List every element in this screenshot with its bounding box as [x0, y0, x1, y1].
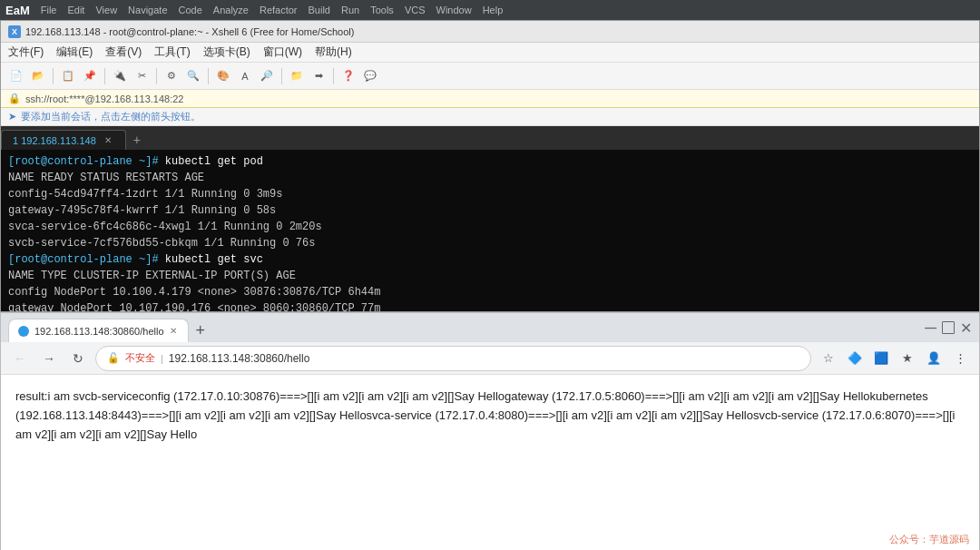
- address-bar[interactable]: 🔓 不安全 | 192.168.113.148:30860/hello: [95, 346, 811, 371]
- ssh-infobar: 🔒 ssh://root:****@192.168.113.148:22: [1, 90, 979, 108]
- ide-menu-view[interactable]: View: [95, 5, 117, 15]
- toolbar-open[interactable]: 📂: [28, 66, 48, 86]
- toolbar-sep-6: [333, 68, 334, 84]
- extension-icon-3[interactable]: ★: [896, 347, 919, 370]
- terminal-line-7: [root@control-plane ~]# kubectl get svc: [8, 251, 972, 268]
- terminal-line-1: [root@control-plane ~]# kubectl get pod: [8, 153, 972, 170]
- terminal[interactable]: [root@control-plane ~]# kubectl get pod …: [1, 150, 979, 311]
- ide-brand: EaM: [5, 4, 30, 17]
- add-session-bar[interactable]: ➤ 要添加当前会话，点击左侧的箭头按钮。: [1, 108, 979, 126]
- page-text: result:i am svcb-serviceconfig (172.17.0…: [15, 388, 965, 444]
- xshell-icon: X: [8, 25, 21, 38]
- toolbar-find[interactable]: 🔍: [183, 66, 203, 86]
- minimize-button[interactable]: ─: [925, 319, 936, 338]
- ssh-address: ssh://root:****@192.168.113.148:22: [25, 93, 183, 104]
- add-session-hint: 要添加当前会话，点击左侧的箭头按钮。: [21, 110, 201, 123]
- xshell-title: 192.168.113.148 - root@control-plane:~ -…: [25, 26, 354, 37]
- tab-add-button[interactable]: +: [126, 130, 148, 150]
- ide-menu-code[interactable]: Code: [179, 5, 202, 15]
- xshell-menu-view[interactable]: 查看(V): [105, 44, 142, 60]
- ide-menu-tools[interactable]: Tools: [370, 5, 394, 15]
- toolbar-sep-4: [208, 68, 209, 84]
- browser-tab-1[interactable]: 🌐 192.168.113.148:30860/hello ✕: [8, 319, 189, 342]
- xshell-menu-file[interactable]: 文件(F): [8, 44, 44, 60]
- tab-label: 1 192.168.113.148: [13, 135, 96, 146]
- ssh-icon: 🔒: [8, 93, 21, 104]
- toolbar-help[interactable]: ❓: [338, 66, 358, 86]
- ide-menu-navigate[interactable]: Navigate: [128, 5, 167, 15]
- toolbar-send[interactable]: ➡: [309, 66, 328, 86]
- toolbar-copy[interactable]: 📋: [58, 66, 78, 86]
- xshell-menu-tabs[interactable]: 选项卡(B): [203, 44, 250, 60]
- ide-menu-vcs[interactable]: VCS: [405, 5, 426, 15]
- terminal-line-8: NAME TYPE CLUSTER-IP EXTERNAL-IP PORT(S)…: [8, 268, 972, 284]
- address-text: 192.168.113.148:30860/hello: [169, 352, 309, 365]
- terminal-line-9: config NodePort 10.100.4.179 <none> 3087…: [8, 284, 972, 300]
- extension-icon-1[interactable]: 🔷: [843, 347, 867, 370]
- security-icon: 🔓: [107, 352, 120, 364]
- toolbar-sep-2: [104, 68, 105, 84]
- xshell-tab-1[interactable]: 1 192.168.113.148 ✕: [1, 130, 126, 150]
- toolbar-color[interactable]: 🎨: [213, 66, 233, 86]
- menu-icon[interactable]: ⋮: [948, 347, 972, 370]
- browser-tab-label: 192.168.113.148:30860/hello: [34, 326, 164, 337]
- toolbar-extra[interactable]: 💬: [360, 66, 380, 86]
- browser-toolbar: ← → ↻ 🔓 不安全 | 192.168.113.148:30860/hell…: [1, 342, 979, 375]
- watermark: 公众号：芋道源码: [889, 533, 969, 546]
- ide-menu-edit[interactable]: Edit: [67, 5, 84, 15]
- terminal-line-3: config-54cd947ff4-1zdrt 1/1 Running 0 3m…: [8, 186, 972, 202]
- extension-icon-2[interactable]: 🟦: [869, 347, 893, 370]
- terminal-line-6: svcb-service-7cf576bd55-cbkqm 1/1 Runnin…: [8, 235, 972, 251]
- watermark-text: 公众号：芋道源码: [889, 534, 969, 545]
- ide-menubar: EaM File Edit View Navigate Code Analyze…: [0, 0, 980, 20]
- ide-menu-window[interactable]: Window: [436, 5, 472, 15]
- toolbar-sep-3: [156, 68, 157, 84]
- toolbar-sftp[interactable]: 📁: [287, 66, 307, 86]
- xshell-menu-edit[interactable]: 编辑(E): [56, 44, 93, 60]
- ide-menu-file[interactable]: File: [41, 5, 57, 15]
- close-button[interactable]: ✕: [960, 319, 972, 337]
- browser-actions: ☆ 🔷 🟦 ★ 👤 ⋮: [817, 347, 972, 370]
- back-button[interactable]: ←: [8, 347, 32, 370]
- toolbar-settings[interactable]: ⚙: [162, 66, 181, 86]
- browser-tab-add[interactable]: +: [189, 319, 213, 342]
- xshell-window: X 192.168.113.148 - root@control-plane:~…: [0, 20, 980, 312]
- xshell-menu-help[interactable]: 帮助(H): [315, 44, 352, 60]
- account-icon[interactable]: 👤: [922, 347, 946, 370]
- ide-menu-help[interactable]: Help: [483, 5, 504, 15]
- ide-menu-refactor[interactable]: Refactor: [260, 5, 298, 15]
- terminal-line-2: NAME READY STATUS RESTARTS AGE: [8, 170, 972, 186]
- browser-tab-close[interactable]: ✕: [170, 326, 177, 336]
- toolbar-connect[interactable]: 🔌: [110, 66, 130, 86]
- toolbar-paste[interactable]: 📌: [80, 66, 100, 86]
- xshell-titlebar: X 192.168.113.148 - root@control-plane:~…: [1, 21, 979, 43]
- toolbar-sep-1: [53, 68, 54, 84]
- toolbar-font[interactable]: A: [235, 66, 255, 86]
- toolbar-disconnect[interactable]: ✂: [132, 66, 152, 86]
- terminal-line-4: gateway-7495c78f4-kwrrf 1/1 Running 0 58…: [8, 202, 972, 219]
- maximize-button[interactable]: [942, 321, 955, 334]
- browser-window-controls: ─ ✕: [925, 319, 972, 338]
- terminal-line-10: gateway NodePort 10.107.190.176 <none> 8…: [8, 300, 972, 311]
- xshell-menu-tools[interactable]: 工具(T): [154, 44, 190, 60]
- toolbar-sep-5: [281, 68, 282, 84]
- ide-menu-run[interactable]: Run: [341, 5, 359, 15]
- toolbar-zoom[interactable]: 🔎: [257, 66, 277, 86]
- security-label: 不安全: [125, 351, 155, 365]
- tab-favicon: 🌐: [18, 326, 29, 337]
- xshell-toolbar: 📄 📂 📋 📌 🔌 ✂ ⚙ 🔍 🎨 A 🔎 📁 ➡ ❓ 💬: [1, 63, 979, 90]
- bookmark-icon[interactable]: ☆: [817, 347, 840, 370]
- browser-window: 🌐 192.168.113.148:30860/hello ✕ + ─ ✕ ← …: [0, 312, 980, 550]
- tab-close-icon[interactable]: ✕: [102, 134, 114, 147]
- ide-menu-build[interactable]: Build: [309, 5, 330, 15]
- xshell-menubar: 文件(F) 编辑(E) 查看(V) 工具(T) 选项卡(B) 窗口(W) 帮助(…: [1, 43, 979, 63]
- browser-tabs: 🌐 192.168.113.148:30860/hello ✕ +: [8, 313, 212, 342]
- browser-titlebar: 🌐 192.168.113.148:30860/hello ✕ + ─ ✕: [1, 313, 979, 342]
- refresh-button[interactable]: ↻: [66, 347, 90, 370]
- terminal-line-5: svca-service-6fc4c686c-4xwgl 1/1 Running…: [8, 219, 972, 235]
- toolbar-new-session[interactable]: 📄: [6, 66, 26, 86]
- forward-button[interactable]: →: [37, 347, 61, 370]
- browser-content: result:i am svcb-serviceconfig (172.17.0…: [1, 375, 979, 457]
- xshell-menu-window[interactable]: 窗口(W): [263, 44, 302, 60]
- ide-menu-analyze[interactable]: Analyze: [213, 5, 249, 15]
